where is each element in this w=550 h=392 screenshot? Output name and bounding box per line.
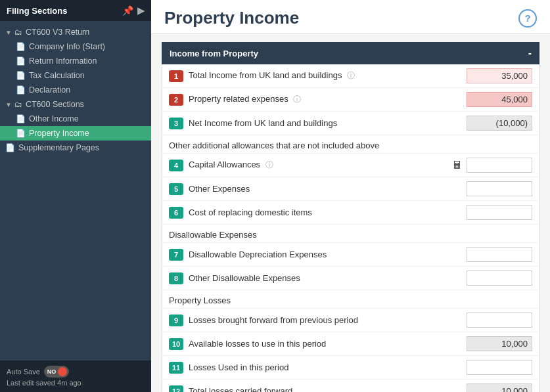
sidebar-item-company-info[interactable]: 📄 Company Info (Start)	[0, 39, 151, 54]
row-12-input-wrapper	[467, 383, 532, 392]
form-row-10: 10 Available losses to use in this perio…	[162, 332, 539, 356]
main-header: Property Income ?	[151, 0, 550, 34]
toggle-text: NO	[47, 368, 57, 375]
pin-icon[interactable]: 📌	[122, 5, 133, 16]
row-label-8: Other Disallowable Expenses	[189, 273, 467, 283]
sidebar-header-icons: 📌 ▶	[122, 5, 145, 16]
row-label-7: Disallowable Depreciation Expenses	[189, 250, 467, 259]
row-5-input[interactable]	[467, 181, 532, 196]
row-label-11: Losses Used in this period	[189, 362, 467, 372]
sidebar-item-ct600-v3[interactable]: ▼ 🗂 CT600 V3 Return	[0, 25, 151, 39]
form-row-6: 6 Cost of replacing domestic items	[162, 201, 539, 225]
row-6-input-wrapper	[467, 205, 532, 220]
sidebar-label: Supplementary Pages	[18, 143, 99, 152]
row-2-input[interactable]	[467, 92, 532, 107]
income-from-property-section: Income from Property - 1 Total Income fr…	[162, 42, 539, 392]
row-label-2: Property related expenses ⓘ	[189, 94, 467, 105]
sidebar-label: CT600 Sections	[26, 100, 84, 109]
sidebar-item-return-info[interactable]: 📄 Return Information	[0, 54, 151, 68]
row-10-input[interactable]	[467, 336, 532, 351]
sidebar-label: CT600 V3 Return	[26, 28, 89, 37]
row-7-input-wrapper	[467, 247, 532, 262]
row-11-input[interactable]	[467, 360, 532, 375]
info-icon-1[interactable]: ⓘ	[347, 71, 355, 80]
form-row-1: 1 Total Income from UK land and building…	[162, 64, 539, 88]
row-9-input[interactable]	[467, 313, 532, 328]
toggle-knob	[58, 367, 67, 376]
row-label-10: Available losses to use in this period	[189, 339, 467, 349]
row-2-input-wrapper	[467, 92, 532, 107]
row-label-12: Total losses carried forward	[189, 386, 467, 392]
form-row-4: 4 Capital Allowances ⓘ 🖩	[162, 154, 539, 177]
row-3-input[interactable]	[467, 116, 532, 131]
row-1-input[interactable]	[467, 68, 532, 83]
sidebar-item-property-income[interactable]: 📄 Property Income	[0, 126, 151, 141]
info-icon-2[interactable]: ⓘ	[293, 95, 301, 104]
form-row-8: 8 Other Disallowable Expenses	[162, 267, 539, 290]
row-label-4: Capital Allowances ⓘ	[189, 160, 452, 171]
row-badge-9: 9	[169, 315, 183, 326]
sidebar-footer: Auto Save NO Last edit saved 4m ago	[0, 360, 151, 392]
autosave-toggle[interactable]: NO	[44, 366, 69, 378]
sidebar-label: Tax Calculation	[29, 71, 85, 80]
row-12-input[interactable]	[467, 383, 532, 392]
help-icon[interactable]: ?	[518, 9, 537, 28]
doc-icon: 📄	[16, 114, 26, 123]
form-row-2: 2 Property related expenses ⓘ	[162, 88, 539, 112]
sidebar-label: Property Income	[29, 129, 89, 138]
row-badge-3: 3	[169, 118, 183, 129]
info-icon-4[interactable]: ⓘ	[265, 160, 273, 169]
form-row-11: 11 Losses Used in this period	[162, 356, 539, 380]
form-row-3: 3 Net Income from UK land and buildings	[162, 112, 539, 135]
sidebar-label: Declaration	[29, 85, 70, 95]
section-title: Income from Property	[170, 49, 258, 58]
sidebar-item-supplementary-pages[interactable]: 📄 Supplementary Pages	[0, 141, 151, 155]
doc-icon: 📄	[16, 56, 26, 66]
row-badge-1: 1	[169, 70, 183, 82]
calculator-icon[interactable]: 🖩	[452, 160, 463, 171]
last-saved: Last edit saved 4m ago	[7, 379, 145, 387]
doc-icon: 📄	[16, 129, 26, 138]
row-4-input[interactable]	[467, 158, 532, 173]
row-11-input-wrapper	[467, 360, 532, 375]
row-3-input-wrapper	[467, 116, 532, 131]
row-badge-5: 5	[169, 183, 183, 195]
disallowable-label: Disallowable Expenses	[162, 225, 539, 243]
section-header: Income from Property -	[162, 42, 539, 64]
row-1-input-wrapper	[467, 68, 532, 83]
row-badge-7: 7	[169, 249, 183, 261]
row-badge-2: 2	[169, 94, 183, 106]
sidebar-item-ct600-sections[interactable]: ▼ 🗂 CT600 Sections	[0, 97, 151, 112]
row-badge-12: 12	[169, 385, 183, 393]
form-row-7: 7 Disallowable Depreciation Expenses	[162, 243, 539, 267]
form-row-5: 5 Other Expenses	[162, 177, 539, 201]
doc-icon: 📄	[5, 143, 15, 152]
row-8-input-wrapper	[467, 271, 532, 286]
row-7-input[interactable]	[467, 247, 532, 262]
sidebar-item-tax-calc[interactable]: 📄 Tax Calculation	[0, 68, 151, 83]
sidebar-header: Filing Sections 📌 ▶	[0, 0, 151, 21]
sidebar: Filing Sections 📌 ▶ ▼ 🗂 CT600 V3 Return …	[0, 0, 151, 392]
row-4-input-wrapper: 🖩	[452, 158, 532, 173]
autosave-label: Auto Save	[7, 368, 40, 376]
row-badge-8: 8	[169, 272, 183, 284]
row-badge-4: 4	[169, 160, 183, 171]
section-body: 1 Total Income from UK land and building…	[162, 64, 539, 392]
sidebar-item-declaration[interactable]: 📄 Declaration	[0, 83, 151, 97]
sidebar-label: Other Income	[29, 114, 79, 123]
collapse-icon[interactable]: -	[528, 47, 532, 59]
sidebar-item-other-income[interactable]: 📄 Other Income	[0, 112, 151, 126]
doc-icon: 📄	[16, 42, 26, 51]
row-label-3: Net Income from UK land and buildings	[189, 118, 467, 128]
expand-arrow: ▼	[5, 101, 12, 108]
sidebar-label: Return Information	[29, 56, 97, 66]
main-body: Income from Property - 1 Total Income fr…	[151, 34, 550, 392]
row-label-9: Losses brought forward from previous per…	[189, 315, 467, 325]
expand-icon[interactable]: ▶	[137, 5, 145, 16]
row-badge-6: 6	[169, 207, 183, 219]
row-label-1: Total Income from UK land and buildings …	[189, 70, 467, 81]
row-9-input-wrapper	[467, 313, 532, 328]
row-6-input[interactable]	[467, 205, 532, 220]
row-5-input-wrapper	[467, 181, 532, 196]
row-8-input[interactable]	[467, 271, 532, 286]
